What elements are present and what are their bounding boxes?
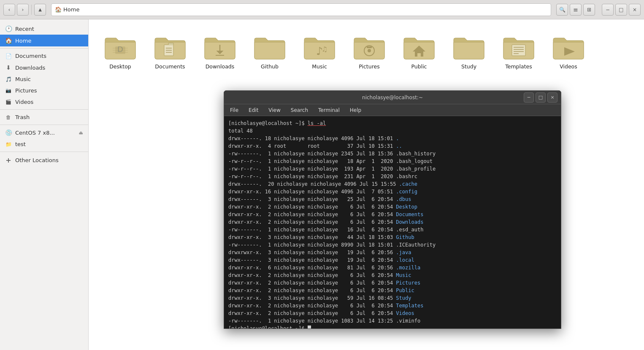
file-item-templates[interactable]: Templates	[495, 28, 542, 74]
svg-text:♫: ♫	[322, 45, 327, 53]
sidebar-item-other-locations[interactable]: + Other Locations	[0, 154, 88, 167]
terminal-line-19: drwx------. 3 nicholasye nicholasye 19 J…	[228, 256, 557, 264]
terminal-menu-search[interactable]: Search	[288, 106, 311, 114]
documents-icon: 📄	[5, 53, 12, 59]
file-label-desktop: Desktop	[109, 63, 131, 70]
folder-icon-templates	[502, 32, 536, 61]
file-label-study: Study	[461, 63, 476, 70]
trash-icon: 🗑	[5, 114, 12, 120]
folder-icon-public	[402, 32, 436, 61]
terminal-line-10: drwxr-xr-x. 16 nicholasye nicholasye 409…	[228, 188, 557, 195]
sidebar-label-videos: Videos	[15, 99, 33, 105]
search-button[interactable]: 🔍	[556, 4, 568, 16]
svg-rect-17	[512, 45, 525, 56]
terminal-line-6: -rw-r--r--. 1 nicholasye nicholasye 18 A…	[228, 157, 557, 165]
up-button[interactable]: ▲	[34, 4, 46, 16]
file-label-documents: Documents	[155, 63, 185, 70]
terminal-menu-terminal[interactable]: Terminal	[316, 106, 342, 114]
terminal-line-27: -rw-------. 1 nicholasye nicholasye 1083…	[228, 317, 557, 325]
file-label-public: Public	[411, 63, 427, 70]
sidebar-label-test: test	[15, 141, 26, 147]
file-item-pictures[interactable]: Pictures	[346, 28, 392, 74]
titlebar-separator	[31, 5, 32, 15]
file-item-videos[interactable]: Videos	[545, 28, 592, 74]
sidebar-label-home: Home	[15, 38, 31, 44]
terminal-menu-edit[interactable]: Edit	[246, 106, 261, 114]
sidebar-item-recent[interactable]: 🕐 Recent	[0, 23, 88, 35]
close-button[interactable]: ×	[629, 4, 641, 16]
sidebar: 🕐 Recent 🏠 Home 📄 Documents ⬇ Downloads …	[0, 19, 89, 350]
terminal-menu-view[interactable]: View	[266, 106, 283, 114]
pictures-icon: 📷	[5, 88, 12, 93]
terminal-line-3: drwx------. 18 nicholasye nicholasye 409…	[228, 135, 557, 142]
file-item-documents[interactable]: Documents	[147, 28, 193, 74]
sidebar-item-downloads[interactable]: ⬇ Downloads	[0, 62, 88, 73]
sidebar-item-trash[interactable]: 🗑 Trash	[0, 111, 88, 123]
sidebar-label-trash: Trash	[15, 114, 30, 120]
terminal-minimize-button[interactable]: −	[524, 92, 534, 103]
terminal-line-15: -rw-------. 1 nicholasye nicholasye 16 J…	[228, 226, 557, 233]
sidebar-label-pictures: Pictures	[15, 87, 37, 94]
eject-button[interactable]: ⏏	[79, 130, 83, 136]
sidebar-label-centos: CentOS 7 x8...	[15, 130, 55, 136]
terminal-line-1: [nicholasye@localhost ~]$ ls -al	[228, 119, 557, 127]
file-item-desktop[interactable]: D Desktop	[97, 28, 143, 74]
terminal-close-button[interactable]: ×	[547, 92, 557, 103]
sidebar-label-music: Music	[15, 76, 31, 82]
sidebar-item-pictures[interactable]: 📷 Pictures	[0, 85, 88, 96]
terminal-line-5: -rw-------. 1 nicholasye nicholasye 2345…	[228, 150, 557, 157]
file-item-github[interactable]: Github	[246, 28, 293, 74]
file-item-public[interactable]: Public	[396, 28, 442, 74]
folder-icon-videos	[552, 32, 585, 61]
sidebar-item-music[interactable]: 🎵 Music	[0, 73, 88, 85]
terminal-line-18: drwxrwxr-x. 3 nicholasye nicholasye 19 J…	[228, 249, 557, 256]
svg-rect-15	[367, 46, 372, 48]
breadcrumb[interactable]: 🏠 Home	[51, 3, 551, 16]
terminal-line-17: -rw-------. 1 nicholasye nicholasye 8990…	[228, 241, 557, 249]
terminal-window: nicholasye@localhost:~ − □ × File Edit V…	[224, 90, 561, 329]
other-locations-icon: +	[5, 156, 12, 164]
terminal-line-28: [nicholasye@localhost ~]$	[228, 325, 557, 328]
sidebar-divider-2	[0, 109, 88, 110]
sidebar-item-documents[interactable]: 📄 Documents	[0, 50, 88, 62]
terminal-body[interactable]: [nicholasye@localhost ~]$ ls -al total 4…	[224, 116, 561, 328]
folder-icon-downloads	[203, 32, 237, 61]
sidebar-item-home[interactable]: 🏠 Home	[0, 35, 88, 46]
terminal-line-9: drwx------. 20 nicholasye nicholasye 409…	[228, 180, 557, 188]
downloads-icon: ⬇	[5, 64, 12, 71]
terminal-line-22: drwxr-xr-x. 2 nicholasye nicholasye 6 Ju…	[228, 279, 557, 287]
music-icon: 🎵	[5, 76, 12, 82]
folder-icon-github	[253, 32, 287, 61]
minimize-button[interactable]: −	[602, 4, 614, 16]
home-nav-icon: 🏠	[5, 37, 12, 44]
file-item-study[interactable]: Study	[446, 28, 492, 74]
terminal-line-24: drwxr-xr-x. 3 nicholasye nicholasye 59 J…	[228, 294, 557, 302]
titlebar: ‹ › ▲ 🏠 Home 🔍 ≡ ⊞ − □ ×	[0, 0, 644, 19]
sidebar-label-recent: Recent	[15, 26, 34, 32]
sidebar-item-videos[interactable]: 🎬 Videos	[0, 96, 88, 108]
svg-point-14	[368, 49, 371, 52]
back-button[interactable]: ‹	[3, 4, 15, 16]
list-view-button[interactable]: ≡	[570, 4, 582, 16]
folder-icon-pictures	[352, 32, 386, 61]
forward-button[interactable]: ›	[17, 4, 29, 16]
maximize-button[interactable]: □	[615, 4, 627, 16]
titlebar-actions: 🔍 ≡ ⊞ − □ ×	[556, 4, 641, 16]
terminal-maximize-button[interactable]: □	[536, 92, 546, 103]
sidebar-item-test[interactable]: 📁 test	[0, 138, 88, 150]
file-item-downloads[interactable]: Downloads	[197, 28, 243, 74]
terminal-line-4: drwxr-xr-x. 4 root root 37 Jul 10 15:31 …	[228, 142, 557, 150]
terminal-menu-help[interactable]: Help	[347, 106, 364, 114]
file-item-music[interactable]: ♪ ♫ Music	[296, 28, 343, 74]
terminal-line-26: drwxr-xr-x. 2 nicholasye nicholasye 6 Ju…	[228, 309, 557, 317]
home-icon: 🏠	[55, 6, 62, 13]
file-label-pictures: Pictures	[359, 63, 380, 70]
terminal-line-14: drwxr-xr-x. 2 nicholasye nicholasye 6 Ju…	[228, 218, 557, 226]
recent-icon: 🕐	[5, 25, 12, 32]
svg-text:D: D	[117, 45, 123, 54]
file-label-music: Music	[312, 63, 327, 70]
sidebar-label-documents: Documents	[15, 53, 46, 59]
grid-view-button[interactable]: ⊞	[583, 4, 595, 16]
sidebar-item-centos[interactable]: 💿 CentOS 7 x8... ⏏	[0, 127, 88, 138]
terminal-menu-file[interactable]: File	[227, 106, 241, 114]
